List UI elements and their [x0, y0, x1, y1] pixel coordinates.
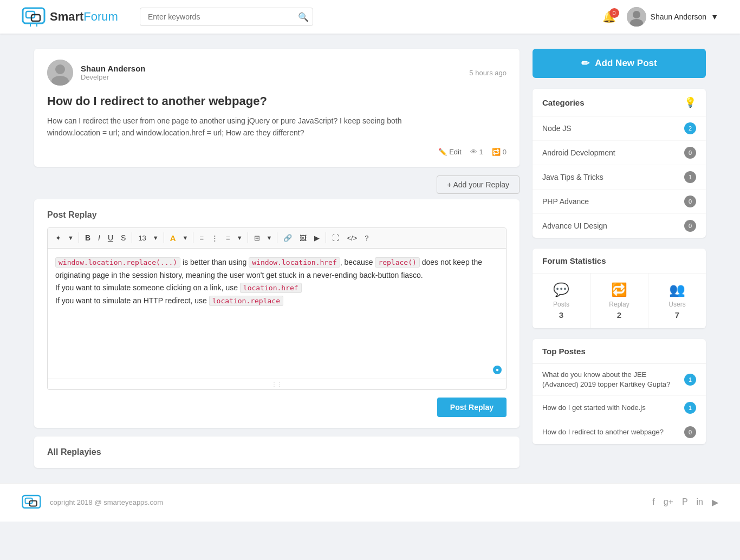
category-item-android[interactable]: Android Development 0: [533, 141, 706, 165]
stat-replay: 🔁 Replay 2: [590, 274, 648, 328]
toolbar-fontsize-dropdown[interactable]: ▼: [151, 232, 161, 243]
toolbar-bold-btn[interactable]: B: [82, 231, 94, 244]
post-author-role: Develper: [81, 73, 145, 81]
logo[interactable]: Smart Forum: [22, 7, 118, 27]
toolbar-help-btn[interactable]: ?: [361, 232, 372, 244]
edit-button[interactable]: ✏️ Edit: [438, 148, 461, 156]
edit-label: Edit: [449, 148, 461, 156]
category-item-php[interactable]: PHP Advance 0: [533, 190, 706, 214]
forum-stats-header: Forum Statistics: [533, 249, 706, 274]
replay-label: Replay: [595, 301, 644, 308]
top-post-item-1[interactable]: What do you know about the JEE (Advanced…: [533, 364, 706, 396]
top-post-item-2[interactable]: How do I get started with Node.js 1: [533, 396, 706, 420]
linkedin-link[interactable]: in: [697, 497, 703, 507]
googleplus-link[interactable]: g+: [664, 497, 673, 507]
category-item-java[interactable]: Java Tips & Tricks 1: [533, 165, 706, 190]
bulb-icon: 💡: [684, 96, 696, 108]
main-container: Shaun Anderson Develper 5 hours ago How …: [18, 49, 722, 468]
category-badge-android: 0: [684, 147, 696, 159]
search-container: 🔍: [140, 8, 313, 26]
svg-point-9: [55, 64, 65, 74]
edit-post-icon: ✏: [581, 57, 589, 69]
top-post-badge-1: 1: [684, 374, 696, 386]
toolbar-strikethrough-btn[interactable]: S: [118, 231, 129, 244]
add-new-post-button[interactable]: ✏ Add New Post: [533, 49, 706, 78]
toolbar-fullscreen-btn[interactable]: ⛶: [329, 232, 342, 244]
notification-button[interactable]: 🔔 0: [602, 10, 616, 23]
editor-container[interactable]: ✦ ▼ B I U S 13 ▼ A ▼ ≡ ⋮ ≡: [47, 227, 507, 390]
add-replay-row: + Add your Replay: [34, 175, 520, 194]
toolbar-fontsize-btn[interactable]: 13: [135, 232, 149, 244]
editor-text1: is better than using: [180, 258, 249, 266]
shares-count: 0: [503, 148, 507, 156]
stat-users: 👥 Users 7: [648, 274, 706, 328]
toolbar-sep4: [193, 232, 193, 243]
category-name-android: Android Development: [542, 148, 615, 157]
toolbar-sep3: [164, 232, 164, 243]
add-replay-button[interactable]: + Add your Replay: [437, 175, 520, 194]
editor-text2: , because: [340, 258, 375, 266]
post-replay-button[interactable]: Post Replay: [437, 398, 507, 417]
toolbar-link-btn[interactable]: 🔗: [280, 232, 295, 244]
footer-logo[interactable]: [22, 494, 41, 511]
toolbar-color-dropdown[interactable]: ▼: [180, 232, 191, 243]
all-replies-section: All Replayies: [34, 437, 520, 468]
toolbar-color-btn[interactable]: A: [167, 231, 179, 245]
top-posts-card: Top Postes What do you know about the JE…: [533, 339, 706, 444]
toolbar-align-dropdown[interactable]: ▼: [235, 232, 245, 243]
post-replay-title: Post Replay: [47, 210, 507, 220]
toolbar-ul-btn[interactable]: ≡: [196, 232, 207, 244]
search-button[interactable]: 🔍: [298, 12, 309, 22]
toolbar-ol-btn[interactable]: ⋮: [208, 232, 222, 244]
top-post-badge-3: 0: [684, 426, 696, 438]
categories-header: Categories 💡: [533, 89, 706, 116]
youtube-link[interactable]: ▶: [712, 497, 718, 507]
code-replace: window.location.replace(...): [55, 257, 180, 268]
editor-resize-handle[interactable]: ⋮⋮: [48, 379, 506, 389]
toolbar-italic-btn[interactable]: I: [95, 231, 103, 244]
views-count: 1: [479, 148, 483, 156]
header-right: 🔔 0 Shaun Anderson ▼: [602, 7, 718, 27]
svg-point-6: [633, 11, 640, 18]
post-btn-row: Post Replay: [47, 398, 507, 417]
toolbar-magic-btn[interactable]: ✦: [52, 232, 64, 244]
post-avatar-icon: [47, 60, 73, 86]
search-input[interactable]: [140, 8, 313, 26]
top-post-text-2: How do I get started with Node.js: [542, 403, 684, 413]
toolbar-align-btn[interactable]: ≡: [223, 232, 233, 244]
user-avatar: [627, 7, 646, 27]
notification-badge: 0: [609, 8, 619, 18]
content-area: Shaun Anderson Develper 5 hours ago How …: [34, 49, 520, 468]
toolbar-source-btn[interactable]: </>: [343, 232, 360, 244]
category-item-nodejs[interactable]: Node JS 2: [533, 116, 706, 141]
editor-body[interactable]: window.location.replace(...) is better t…: [48, 249, 506, 379]
toolbar-image-btn[interactable]: 🖼: [296, 232, 310, 244]
pinterest-link[interactable]: P: [682, 497, 688, 507]
footer: copright 2018 @ smarteyeapps.com f g+ P …: [0, 483, 740, 522]
toolbar-magic-dropdown[interactable]: ▼: [66, 232, 76, 243]
toolbar-table-dropdown[interactable]: ▼: [264, 232, 275, 243]
categories-title: Categories: [542, 98, 585, 107]
toolbar-media-btn[interactable]: ▶: [311, 232, 323, 244]
add-new-post-label: Add New Post: [595, 58, 657, 69]
post-body-line2: window.location = url; and window.locati…: [47, 128, 304, 137]
user-name: Shaun Anderson: [651, 12, 707, 21]
facebook-link[interactable]: f: [652, 497, 654, 507]
logo-icon: [22, 7, 46, 27]
posts-icon: 💬: [537, 282, 586, 297]
category-name-java: Java Tips & Tricks: [542, 173, 603, 181]
user-menu-button[interactable]: Shaun Anderson ▼: [627, 7, 718, 27]
share-icon: 🔁: [492, 148, 501, 156]
all-replies-title: All Replayies: [47, 447, 507, 457]
toolbar-sep7: [326, 232, 326, 243]
top-post-item-3[interactable]: How do I redirect to another webpage? 0: [533, 420, 706, 444]
category-item-ui[interactable]: Advance UI Design 0: [533, 214, 706, 238]
sidebar: ✏ Add New Post Categories 💡 Node JS 2 An…: [533, 49, 706, 468]
top-posts-title: Top Postes: [542, 347, 586, 356]
toolbar-table-btn[interactable]: ⊞: [251, 232, 263, 244]
toolbar-sep1: [79, 232, 79, 243]
stat-posts: 💬 Posts 3: [533, 274, 590, 328]
post-replay-section: Post Replay ✦ ▼ B I U S 13 ▼ A ▼: [34, 199, 520, 428]
post-title: How do I redirect to another webpage?: [47, 94, 507, 108]
toolbar-underline-btn[interactable]: U: [105, 231, 116, 244]
